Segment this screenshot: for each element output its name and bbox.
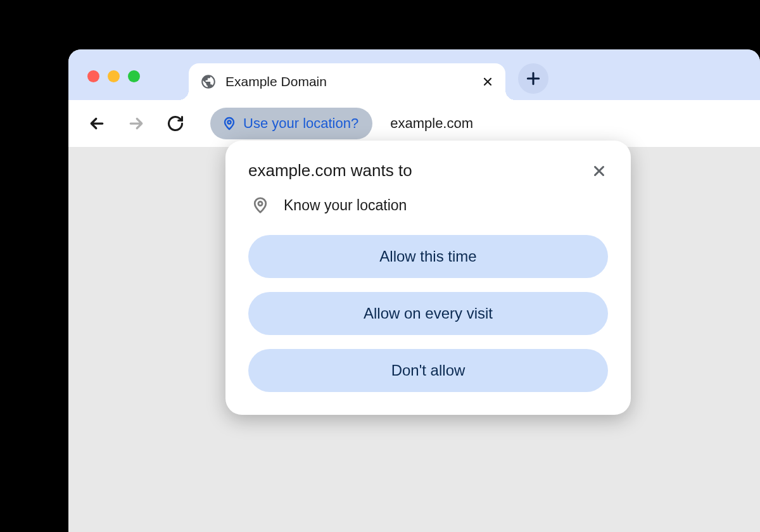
- dialog-header: example.com wants to: [248, 161, 608, 180]
- svg-point-0: [228, 121, 231, 124]
- allow-this-time-button[interactable]: Allow this time: [248, 235, 608, 278]
- dialog-buttons: Allow this time Allow on every visit Don…: [248, 235, 608, 392]
- allow-every-visit-button[interactable]: Allow on every visit: [248, 292, 608, 335]
- browser-window: Example Domain Use your location?: [68, 49, 760, 532]
- dialog-request-text: Know your location: [284, 197, 407, 214]
- window-controls: [87, 70, 140, 82]
- location-pin-icon: [222, 116, 237, 131]
- dont-allow-button[interactable]: Don't allow: [248, 349, 608, 392]
- browser-tab[interactable]: Example Domain: [189, 63, 505, 100]
- dialog-close-button[interactable]: [590, 162, 608, 180]
- window-maximize-button[interactable]: [128, 70, 140, 82]
- dialog-title: example.com wants to: [248, 161, 412, 180]
- tab-title: Example Domain: [225, 74, 472, 89]
- permission-chip[interactable]: Use your location?: [210, 108, 372, 139]
- reload-button[interactable]: [165, 113, 186, 134]
- forward-button: [125, 113, 147, 134]
- url-text: example.com: [390, 115, 473, 132]
- tab-close-button[interactable]: [481, 75, 494, 88]
- svg-point-1: [258, 201, 262, 205]
- location-pin-icon: [251, 196, 270, 215]
- window-close-button[interactable]: [87, 70, 99, 82]
- tab-bar: Example Domain: [68, 49, 760, 100]
- window-minimize-button[interactable]: [108, 70, 120, 82]
- permission-chip-text: Use your location?: [243, 115, 358, 132]
- dialog-request-row: Know your location: [248, 196, 608, 215]
- page-content: example.com wants to Know your location …: [68, 147, 760, 532]
- permission-dialog: example.com wants to Know your location …: [225, 141, 631, 415]
- toolbar: Use your location? example.com: [68, 100, 760, 147]
- globe-icon: [200, 73, 217, 90]
- back-button[interactable]: [86, 113, 108, 134]
- address-bar[interactable]: Use your location? example.com: [210, 108, 742, 139]
- new-tab-button[interactable]: [518, 63, 548, 94]
